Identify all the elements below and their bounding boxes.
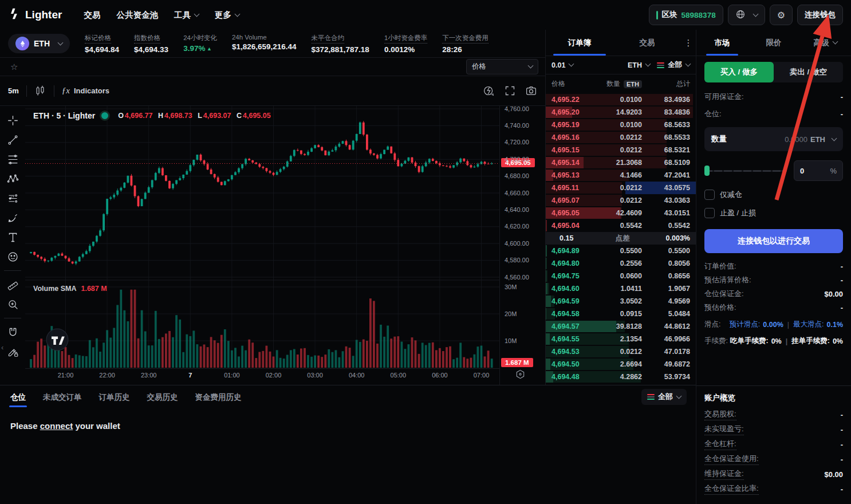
xabcd-pattern-icon[interactable] xyxy=(3,170,22,187)
ask-row[interactable]: 4,695.190.010068.5633 xyxy=(546,119,696,131)
brush-icon[interactable] xyxy=(3,209,22,226)
tp-sl-row[interactable]: 止盈 / 止损 xyxy=(704,208,843,218)
ask-row[interactable]: 4,695.160.021268.5533 xyxy=(546,131,696,144)
bottom-tab-交易历史[interactable]: 交易历史 xyxy=(146,387,179,407)
order-type-tabs: 市场限价高级 xyxy=(696,30,851,56)
stats-items: 标记价格$4,694.84指数价格$4,694.3324小时变化3.97% ▲2… xyxy=(85,34,488,54)
nav-item[interactable]: 公共资金池 xyxy=(116,10,158,21)
chart-canvas[interactable]: ETH · 5 · Lighter O4,696.77 H4,698.73 L4… xyxy=(25,106,499,383)
bid-row[interactable]: 4,694.890.55000.5500 xyxy=(546,245,696,257)
text-icon[interactable] xyxy=(3,229,22,246)
bid-row[interactable]: 4,694.800.25560.8056 xyxy=(546,257,696,270)
language-selector[interactable] xyxy=(728,5,765,25)
order-type-tab-市场[interactable]: 市场 xyxy=(696,30,748,56)
stat-label: 24小时变化 xyxy=(183,34,217,42)
favorite-star-icon[interactable]: ☆ xyxy=(10,62,18,72)
brand[interactable]: Lighter xyxy=(8,7,62,23)
info-row: 仓位保证金:$0.00 xyxy=(704,289,843,299)
ask-row[interactable]: 4,695.220.010083.4936 xyxy=(546,93,696,106)
settings-button[interactable]: ⚙ xyxy=(770,5,793,25)
connect-wallet-button[interactable]: 连接钱包 xyxy=(797,5,843,25)
orderbook-tab-交易[interactable]: 交易 xyxy=(613,30,681,56)
edit-lock-icon[interactable] xyxy=(3,343,22,360)
bottom-tab-订单历史[interactable]: 订单历史 xyxy=(98,387,131,407)
bottom-tab-仓位[interactable]: 仓位 xyxy=(9,387,27,407)
block-indicator[interactable]: 区块 58988378 xyxy=(649,5,723,25)
price-cell: 4,694.55 xyxy=(546,335,600,343)
size-slider[interactable] xyxy=(704,166,787,176)
long-position-icon[interactable] xyxy=(3,190,22,207)
tick-size-dropdown[interactable]: 0.01 xyxy=(551,61,573,69)
trendline-icon[interactable] xyxy=(3,131,22,148)
ask-row[interactable]: 4,695.1421.306868.5109 xyxy=(546,156,696,169)
kebab-menu-icon[interactable]: ⋮ xyxy=(681,30,696,56)
total-cell: 44.8612 xyxy=(642,322,696,330)
connect-link[interactable]: connect xyxy=(40,421,73,431)
nav-item[interactable]: 交易 xyxy=(84,10,100,21)
nav-item[interactable]: 更多 xyxy=(215,10,239,21)
ruler-icon[interactable] xyxy=(3,276,22,293)
bottom-tab-未成交订单[interactable]: 未成交订单 xyxy=(42,387,83,407)
fib-retracement-icon[interactable] xyxy=(3,151,22,168)
block-number: 58988378 xyxy=(681,11,716,19)
interval-button[interactable]: 5m xyxy=(8,86,19,95)
market-stats-bar: ETH 标记价格$4,694.84指数价格$4,694.3324小时变化3.97… xyxy=(0,30,545,58)
price-axis[interactable]: 4,695.05 1.687 M 4,760.004,740.004,720.0… xyxy=(499,106,545,385)
pane-settings-icon[interactable] xyxy=(515,369,526,380)
indicators-button[interactable]: Indicators xyxy=(74,86,109,95)
sell-short-button[interactable]: 卖出 / 做空 xyxy=(774,62,843,82)
size-cell: 0.0212 xyxy=(600,196,642,204)
slider-handle[interactable] xyxy=(704,166,710,176)
bid-row[interactable]: 4,694.750.06000.8656 xyxy=(546,270,696,282)
ask-row[interactable]: 4,695.040.55420.5542 xyxy=(546,219,696,232)
unit-dropdown[interactable]: ETH xyxy=(628,61,650,69)
account-row: 全仓保证金比率:- xyxy=(704,483,843,495)
connect-wallet-to-trade-button[interactable]: 连接钱包以进行交易 xyxy=(704,229,843,253)
ask-row[interactable]: 4,695.134.146647.2041 xyxy=(546,169,696,182)
amount-input[interactable]: 数量 0.0000ETH xyxy=(704,127,843,151)
buy-long-button[interactable]: 买入 / 做多 xyxy=(704,62,774,82)
stat-value: $372,881,787.18 xyxy=(312,45,369,54)
bid-row[interactable]: 4,694.580.09155.0484 xyxy=(546,308,696,320)
reduce-only-row[interactable]: 仅减仓 xyxy=(704,190,843,200)
collapse-rail-icon[interactable]: ‹ xyxy=(1,343,3,352)
bid-row[interactable]: 4,694.5739.812844.8612 xyxy=(546,320,696,333)
tradingview-logo[interactable] xyxy=(46,328,69,351)
time-axis[interactable]: 21:0022:0023:00701:0002:0003:0004:0005:0… xyxy=(25,368,499,383)
ask-row[interactable]: 4,695.070.021243.0363 xyxy=(546,194,696,207)
volume-legend: Volume SMA1.687 M xyxy=(33,285,107,293)
volume-value: 1.687 M xyxy=(81,285,107,293)
ask-row[interactable]: 4,695.2014.920383.4836 xyxy=(546,106,696,119)
zoom-in-icon[interactable] xyxy=(3,296,22,313)
price-display-dropdown[interactable]: 价格 xyxy=(466,59,538,74)
bid-row[interactable]: 4,694.530.021247.0178 xyxy=(546,345,696,358)
bottom-tab-资金费用历史[interactable]: 资金费用历史 xyxy=(194,387,243,407)
order-type-tab-高级[interactable]: 高级 xyxy=(799,30,851,56)
ask-row[interactable]: 4,695.0542.460943.0151 xyxy=(546,207,696,219)
magnet-icon[interactable] xyxy=(3,324,22,341)
nav-item[interactable]: 工具 xyxy=(174,10,199,21)
crosshair-icon[interactable] xyxy=(3,112,22,129)
camera-icon[interactable] xyxy=(525,85,537,97)
ask-row[interactable]: 4,695.110.021243.0575 xyxy=(546,182,696,194)
bid-row[interactable]: 4,694.601.04111.9067 xyxy=(546,282,696,295)
depth-filter-dropdown[interactable]: 全部 xyxy=(657,60,690,70)
fullscreen-icon[interactable] xyxy=(504,85,516,97)
percent-input[interactable]: 0% xyxy=(794,160,843,181)
order-type-tab-限价[interactable]: 限价 xyxy=(748,30,799,56)
magnet-mode-icon[interactable] xyxy=(483,85,495,97)
bid-row[interactable]: 4,694.552.135446.9966 xyxy=(546,333,696,345)
chart-panel: ETH 标记价格$4,694.84指数价格$4,694.3324小时变化3.97… xyxy=(0,30,546,385)
ask-row[interactable]: 4,695.150.021268.5321 xyxy=(546,144,696,156)
candle-style-button[interactable] xyxy=(34,85,46,97)
emoji-icon[interactable] xyxy=(3,248,22,265)
orderbook-tab-订单簿[interactable]: 订单簿 xyxy=(546,30,613,56)
bid-row[interactable]: 4,694.502.669449.6872 xyxy=(546,358,696,371)
stat-item: 24小时变化3.97% ▲ xyxy=(183,34,217,54)
bid-row[interactable]: 4,694.593.05024.9569 xyxy=(546,295,696,308)
reduce-only-checkbox[interactable] xyxy=(704,190,715,200)
tp-sl-checkbox[interactable] xyxy=(704,208,715,218)
market-selector[interactable]: ETH xyxy=(8,34,70,53)
history-filter-dropdown[interactable]: 全部 xyxy=(641,389,687,405)
bid-row[interactable]: 4,694.484.286253.9734 xyxy=(546,371,696,383)
